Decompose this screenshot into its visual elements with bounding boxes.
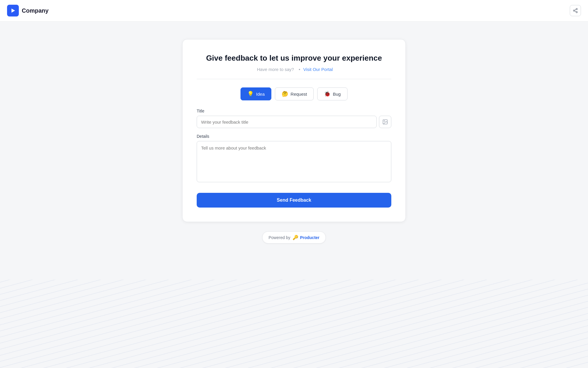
details-textarea[interactable] xyxy=(197,141,391,182)
idea-emoji: 💡 xyxy=(247,91,254,97)
title-group: Title xyxy=(197,109,391,128)
producter-icon: 🔑 xyxy=(293,235,298,240)
bug-label: Bug xyxy=(333,92,341,97)
svg-point-7 xyxy=(384,121,385,122)
idea-label: Idea xyxy=(256,92,265,97)
header-left: Company xyxy=(7,5,49,16)
bug-button[interactable]: 🐞 Bug xyxy=(317,87,348,100)
request-emoji: 🤔 xyxy=(282,91,288,97)
header: Company xyxy=(0,0,588,21)
company-name: Company xyxy=(22,7,49,14)
details-group: Details xyxy=(197,134,391,183)
title-label: Title xyxy=(197,109,391,113)
powered-by-text: Powered by xyxy=(268,235,290,240)
subtitle-text: Have more to say? xyxy=(257,67,294,72)
svg-marker-0 xyxy=(11,9,15,13)
feedback-card: Give feedback to let us improve your exp… xyxy=(182,39,406,222)
request-label: Request xyxy=(290,92,307,97)
details-label: Details xyxy=(197,134,391,139)
image-icon xyxy=(382,119,388,125)
subtitle-separator: • xyxy=(299,67,300,72)
company-logo xyxy=(7,5,19,16)
svg-line-4 xyxy=(574,11,576,12)
producter-logo: 🔑 Producter xyxy=(293,235,319,240)
idea-button[interactable]: 💡 Idea xyxy=(240,87,271,100)
title-input[interactable] xyxy=(197,116,377,128)
feedback-type-buttons: 💡 Idea 🤔 Request 🐞 Bug xyxy=(197,87,391,100)
bug-emoji: 🐞 xyxy=(324,91,330,97)
svg-line-5 xyxy=(574,9,576,10)
powered-by-badge: Powered by 🔑 Producter xyxy=(262,231,325,243)
divider xyxy=(197,79,391,79)
card-title: Give feedback to let us improve your exp… xyxy=(197,54,391,63)
share-icon xyxy=(573,8,578,13)
image-upload-button[interactable] xyxy=(379,116,391,128)
card-subtitle: Have more to say? • Visit Our Portal xyxy=(197,67,391,72)
share-button[interactable] xyxy=(570,5,581,16)
title-row xyxy=(197,116,391,128)
request-button[interactable]: 🤔 Request xyxy=(275,87,314,100)
footer: Powered by 🔑 Producter xyxy=(262,231,325,243)
submit-button[interactable]: Send Feedback xyxy=(197,193,391,208)
brand-name: Producter xyxy=(300,235,319,240)
main-content: Give feedback to let us improve your exp… xyxy=(0,21,588,255)
portal-link[interactable]: Visit Our Portal xyxy=(303,67,333,72)
